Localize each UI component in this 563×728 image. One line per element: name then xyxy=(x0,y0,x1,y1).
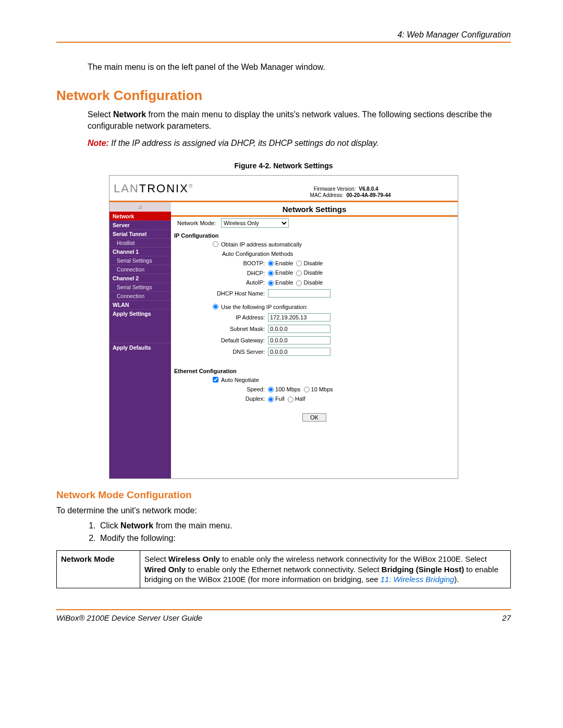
sidebar-item-ch1-conn[interactable]: Connection xyxy=(109,265,171,274)
bootp-disable-radio[interactable] xyxy=(296,261,302,266)
network-mode-select[interactable]: Wireless Only xyxy=(221,218,289,228)
auto-config-methods-label: Auto Configuration Methods xyxy=(222,251,293,257)
dns-input[interactable] xyxy=(268,348,331,356)
duplex-half-radio[interactable] xyxy=(288,397,293,402)
section-heading-network-configuration: Network Configuration xyxy=(56,88,511,104)
autoip-enable-radio[interactable] xyxy=(268,280,274,286)
steps-list: Click Network from the main menu. Modify… xyxy=(98,521,511,543)
ip-address-input[interactable] xyxy=(268,313,331,322)
note-text: If the IP address is assigned via DHCP, … xyxy=(111,139,378,147)
sidebar: ⌂ Network Server Serial Tunnel Hostlist … xyxy=(109,202,171,478)
duplex-label: Duplex: xyxy=(174,396,268,402)
mode-intro: To determine the unit's network mode: xyxy=(56,505,511,516)
subsection-heading-network-mode: Network Mode Configuration xyxy=(56,489,511,501)
bootp-enable-radio[interactable] xyxy=(268,261,274,266)
step-2: Modify the following: xyxy=(98,534,511,543)
network-mode-label: Network Mode: xyxy=(174,220,221,226)
footer-title: WiBox® 2100E Device Server User Guide xyxy=(56,613,202,622)
note-label: Note: xyxy=(88,139,109,147)
parameter-table: Network Mode Select Wireless Only to ena… xyxy=(56,550,511,588)
dns-label: DNS Server: xyxy=(174,349,268,355)
dhcp-host-label: DHCP Host Name: xyxy=(174,290,268,297)
page-header: 4: Web Manager Configuration xyxy=(56,30,511,43)
device-meta: Firmware Version:V6.8.0.4 MAC Address:00… xyxy=(214,186,458,201)
sidebar-item-ch1-serial[interactable]: Serial Settings xyxy=(109,256,171,265)
speed-10-radio[interactable] xyxy=(304,387,310,392)
sidebar-item-apply-defaults[interactable]: Apply Defaults xyxy=(109,343,171,352)
speed-label: Speed: xyxy=(174,386,268,392)
dhcp-label: DHCP: xyxy=(174,270,268,276)
autoip-label: AutoIP: xyxy=(174,279,268,286)
figure-screenshot: LANTRONIX® Firmware Version:V6.8.0.4 MAC… xyxy=(109,175,458,479)
ok-button[interactable]: OK xyxy=(302,413,326,422)
obtain-ip-auto-radio[interactable] xyxy=(213,241,218,247)
sidebar-item-apply-settings[interactable]: Apply Settings xyxy=(109,309,171,318)
sidebar-item-hostlist[interactable]: Hostlist xyxy=(109,238,171,247)
subnet-input[interactable] xyxy=(268,325,331,333)
sidebar-item-ch2-conn[interactable]: Connection xyxy=(109,291,171,300)
sidebar-item-channel-2[interactable]: Channel 2 xyxy=(109,274,171,282)
ethernet-config-header: Ethernet Configuration xyxy=(171,365,458,375)
gateway-input[interactable] xyxy=(268,336,331,344)
section-body: Select Network from the main menu to dis… xyxy=(88,109,511,131)
ip-config-header: IP Configuration xyxy=(171,229,458,240)
panel-title: Network Settings xyxy=(171,202,458,217)
auto-negotiate-checkbox[interactable] xyxy=(213,377,218,382)
sidebar-item-network[interactable]: Network xyxy=(109,212,171,220)
dhcp-enable-radio[interactable] xyxy=(268,270,274,276)
sidebar-item-serial-tunnel[interactable]: Serial Tunnel xyxy=(109,229,171,238)
lantronix-logo: LANTRONIX® xyxy=(109,176,214,201)
bootp-label: BOOTP: xyxy=(174,260,268,266)
home-icon[interactable]: ⌂ xyxy=(109,202,171,212)
param-key-network-mode: Network Mode xyxy=(57,551,140,588)
step-1: Click Network from the main menu. xyxy=(98,521,511,530)
speed-100-radio[interactable] xyxy=(268,387,274,392)
main-panel: Network Settings Network Mode: Wireless … xyxy=(171,202,458,478)
sidebar-item-wlan[interactable]: WLAN xyxy=(109,300,171,309)
use-following-ip-radio[interactable] xyxy=(213,304,218,310)
intro-paragraph: The main menu is on the left panel of th… xyxy=(88,63,511,72)
ip-address-label: IP Address: xyxy=(174,314,268,320)
duplex-full-radio[interactable] xyxy=(268,397,274,402)
autoip-disable-radio[interactable] xyxy=(296,280,302,286)
footer-page-number: 27 xyxy=(502,613,511,622)
gateway-label: Default Gateway: xyxy=(174,337,268,343)
dhcp-host-input[interactable] xyxy=(268,289,331,298)
param-value-network-mode: Select Wireless Only to enable only the … xyxy=(140,551,511,588)
page-footer: WiBox® 2100E Device Server User Guide 27 xyxy=(56,609,511,622)
wireless-bridging-link[interactable]: 11: Wireless Bridging xyxy=(381,575,455,584)
dhcp-disable-radio[interactable] xyxy=(296,270,302,276)
sidebar-item-server[interactable]: Server xyxy=(109,220,171,229)
sidebar-item-ch2-serial[interactable]: Serial Settings xyxy=(109,282,171,291)
subnet-label: Subnet Mask: xyxy=(174,326,268,332)
figure-caption: Figure 4-2. Network Settings xyxy=(56,162,511,170)
sidebar-item-channel-1[interactable]: Channel 1 xyxy=(109,247,171,256)
note: Note: If the IP address is assigned via … xyxy=(88,138,511,149)
